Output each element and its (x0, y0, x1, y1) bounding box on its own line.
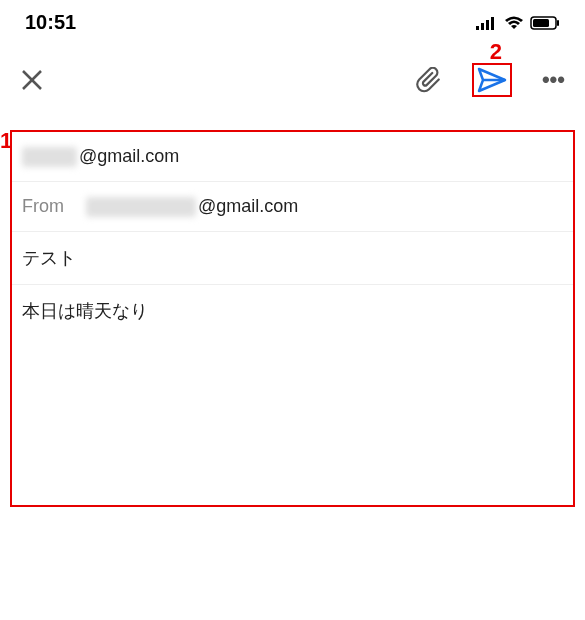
svg-rect-3 (491, 17, 494, 30)
annotation-label-1: 1 (0, 128, 12, 154)
subject-field[interactable]: テスト (12, 232, 573, 285)
body-text: 本日は晴天なり (22, 301, 148, 321)
compose-area: @gmail.com From @gmail.com テスト 本日は晴天なり (10, 130, 575, 507)
to-field[interactable]: @gmail.com (12, 132, 573, 182)
status-bar: 10:51 (0, 0, 585, 40)
compose-toolbar: 2 ••• (0, 40, 585, 110)
subject-text: テスト (22, 246, 76, 270)
redacted-recipient (22, 147, 77, 167)
from-email-suffix: @gmail.com (198, 196, 298, 217)
battery-icon (530, 16, 560, 30)
attach-button[interactable] (416, 67, 442, 93)
send-button[interactable]: 2 (472, 63, 512, 97)
more-icon: ••• (542, 67, 565, 93)
cellular-signal-icon (476, 16, 498, 30)
from-label: From (22, 196, 64, 217)
svg-rect-6 (557, 20, 559, 26)
close-button[interactable] (20, 68, 44, 92)
svg-rect-0 (476, 26, 479, 30)
svg-rect-5 (533, 19, 549, 27)
body-field[interactable]: 本日は晴天なり (12, 285, 573, 505)
svg-rect-1 (481, 23, 484, 30)
from-field[interactable]: From @gmail.com (12, 182, 573, 232)
svg-rect-2 (486, 20, 489, 30)
redacted-sender (86, 197, 196, 217)
status-time: 10:51 (25, 11, 76, 34)
wifi-icon (504, 16, 524, 30)
annotation-label-2: 2 (490, 39, 502, 65)
to-email-suffix: @gmail.com (79, 146, 179, 167)
more-options-button[interactable]: ••• (542, 67, 565, 93)
status-icons (476, 16, 560, 30)
